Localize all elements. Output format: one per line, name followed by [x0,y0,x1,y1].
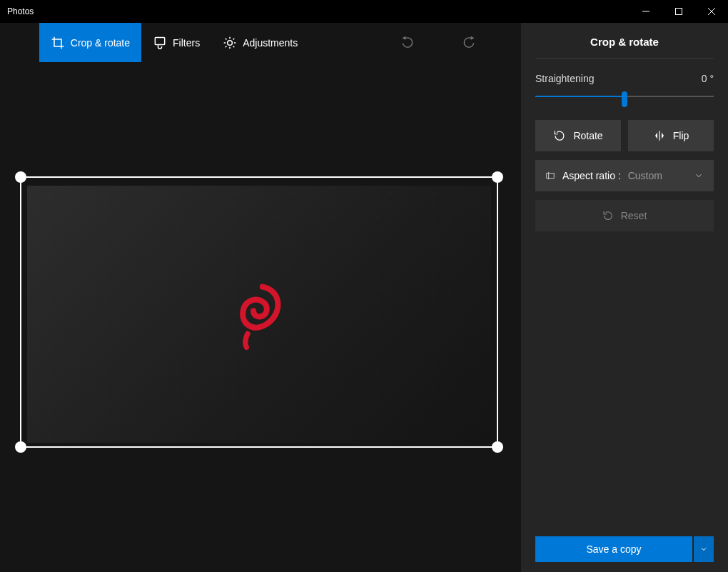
slider-thumb[interactable] [622,91,627,107]
crop-handle-bottom-right[interactable] [492,441,503,453]
straightening-row: Straightening 0 ° [535,73,714,107]
tab-label: Crop & rotate [71,37,130,49]
svg-rect-1 [155,37,164,44]
canvas-area: Crop & rotate Filters Adjustments [0,23,521,572]
straightening-label: Straightening [535,73,595,84]
aspect-label: Aspect ratio : [562,170,621,181]
save-copy-button[interactable]: Save a copy [535,536,692,562]
window-close-button[interactable] [695,0,728,23]
rotate-flip-row: Rotate Flip [535,120,714,151]
aspect-value: Custom [628,170,662,181]
app-window: Photos Crop & rotate Filter [0,0,728,572]
undo-button[interactable] [395,30,420,56]
aspect-ratio-icon [545,171,555,181]
save-label: Save a copy [586,543,641,555]
tab-label: Adjustments [243,37,298,49]
straightening-slider[interactable] [535,87,714,107]
crop-icon [51,36,65,50]
slider-fill [535,96,625,97]
undo-icon [400,36,415,50]
straightening-value: 0 ° [702,73,714,84]
window-minimize-button[interactable] [630,0,662,23]
redo-icon [462,36,476,50]
flip-button[interactable]: Flip [628,120,714,151]
image-preview [27,186,491,443]
crop-handle-top-right[interactable] [492,171,503,183]
filters-icon [153,36,167,50]
crop-handle-bottom-left[interactable] [15,441,26,453]
crop-handle-top-left[interactable] [15,171,26,183]
canvas-viewport[interactable] [0,62,521,572]
editor-toolbar: Crop & rotate Filters Adjustments [0,23,521,62]
adjustments-icon [223,36,237,50]
app-title: Photos [0,6,34,16]
flip-label: Flip [673,130,689,141]
redo-button[interactable] [456,30,482,56]
reset-icon [602,210,614,221]
panel-title: Crop & rotate [535,23,714,59]
tab-label: Filters [173,37,200,49]
tab-crop-rotate[interactable]: Crop & rotate [39,23,141,62]
svg-rect-0 [676,9,682,15]
save-bar: Save a copy [535,536,714,562]
side-panel: Crop & rotate Straightening 0 ° Rotate [521,23,728,572]
rotate-label: Rotate [573,130,602,141]
reset-button[interactable]: Reset [535,200,714,231]
aspect-ratio-dropdown[interactable]: Aspect ratio : Custom [535,160,714,191]
crop-frame[interactable] [20,176,498,448]
chevron-down-icon [694,171,704,181]
rotate-button[interactable]: Rotate [535,120,621,151]
rotate-icon [553,129,566,142]
minimize-icon [642,8,649,15]
history-controls [395,23,482,62]
reset-label: Reset [621,210,647,221]
titlebar: Photos [0,0,728,23]
tab-adjustments[interactable]: Adjustments [211,23,309,62]
flip-icon [653,129,666,142]
tab-filters[interactable]: Filters [141,23,211,62]
window-maximize-button[interactable] [662,0,695,23]
image-logo-swirl [231,279,288,350]
close-icon [708,8,715,15]
maximize-icon [675,8,682,15]
app-body: Crop & rotate Filters Adjustments [0,23,728,572]
svg-point-2 [228,40,233,45]
save-options-button[interactable] [694,536,714,562]
chevron-down-icon [699,545,708,553]
svg-rect-3 [547,174,555,179]
